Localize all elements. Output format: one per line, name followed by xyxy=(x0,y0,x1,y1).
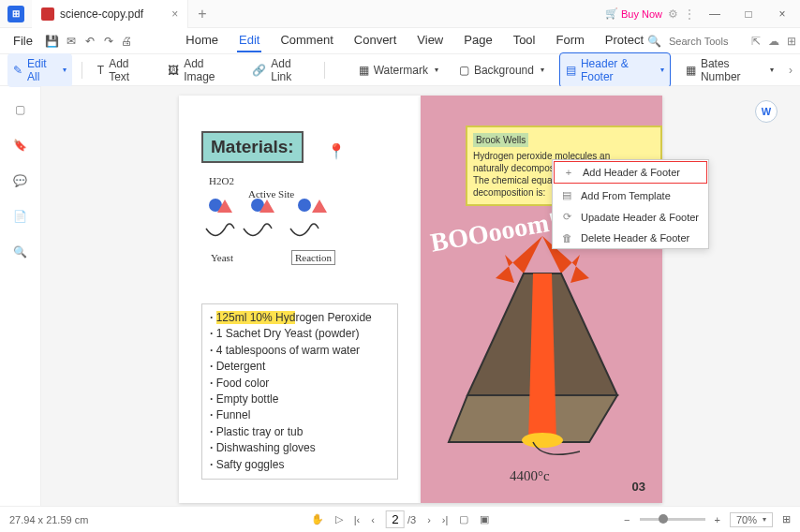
fit-page-icon[interactable]: ⊞ xyxy=(782,513,791,525)
redo-icon[interactable]: ↷ xyxy=(100,30,117,52)
titlebar: ⊞ science-copy.pdf × + 🛒 Buy Now ⚙ ⋮ — □… xyxy=(0,0,800,28)
main-area: ▢ 🔖 💬 📄 🔍 ▸ W Materials: 📍 H2O2 Active S… xyxy=(0,86,800,506)
single-page-icon[interactable]: ▢ xyxy=(459,513,468,525)
add-link-button[interactable]: 🔗 Add Link xyxy=(246,53,315,87)
close-icon[interactable]: × xyxy=(171,7,178,21)
materials-item: Dishwashing gloves xyxy=(210,440,390,456)
hand-tool-icon[interactable]: ✋ xyxy=(311,513,324,525)
maximize-button[interactable]: □ xyxy=(734,0,763,28)
dropdown-add-from-template[interactable]: ▤Add From Template xyxy=(553,185,708,206)
share-icon[interactable]: ⇱ xyxy=(751,35,761,48)
first-page-icon[interactable]: |‹ xyxy=(354,514,361,525)
word-badge-icon[interactable]: W xyxy=(755,100,778,123)
left-sidebar: ▢ 🔖 💬 📄 🔍 xyxy=(0,86,41,506)
chemistry-sketch: H2O2 Active Site Yeast Reaction xyxy=(201,175,351,278)
materials-item: 125ml 10% Hydrogen Peroxide xyxy=(210,310,390,326)
zoom-out-icon[interactable]: − xyxy=(624,514,630,525)
zoom-in-icon[interactable]: + xyxy=(715,514,720,525)
svg-point-8 xyxy=(522,433,563,448)
page-2: Brook Wells Hydrogen peroxide molecules … xyxy=(421,96,662,503)
page-input[interactable] xyxy=(386,510,405,528)
minimize-button[interactable]: — xyxy=(701,0,729,28)
buy-now-link[interactable]: 🛒 Buy Now xyxy=(605,7,662,20)
pin-icon: 📍 xyxy=(327,142,346,160)
bookmark-icon[interactable]: 🔖 xyxy=(13,139,27,152)
refresh-icon: ⟳ xyxy=(560,211,573,223)
search-input[interactable] xyxy=(669,36,744,47)
bates-number-button[interactable]: ▦ Bates Number▾ xyxy=(680,53,779,87)
plus-icon: + xyxy=(562,167,575,178)
page-nav: ✋ ▷ |‹ ‹ /3 › ›| ▢ ▣ xyxy=(311,510,490,528)
statusbar: 27.94 x 21.59 cm ✋ ▷ |‹ ‹ /3 › ›| ▢ ▣ − … xyxy=(0,506,800,532)
note-author: Brook Wells xyxy=(473,133,528,147)
page-1: Materials: 📍 H2O2 Active Site Yeast Reac… xyxy=(179,96,421,503)
add-text-button[interactable]: T Add Text xyxy=(92,53,153,87)
tab-edit[interactable]: Edit xyxy=(237,29,261,52)
tab-protect[interactable]: Protect xyxy=(603,29,645,52)
tab-page[interactable]: Page xyxy=(462,29,494,52)
temperature-label: 4400°c xyxy=(510,468,550,484)
zoom-select[interactable]: 70%▾ xyxy=(730,512,773,527)
close-window-button[interactable]: × xyxy=(768,0,796,28)
undo-icon[interactable]: ↶ xyxy=(81,30,98,52)
more-icon[interactable]: ⋮ xyxy=(684,7,695,21)
dropdown-delete-header-footer[interactable]: 🗑Delete Header & Footer xyxy=(553,228,708,248)
page-dimensions: 27.94 x 21.59 cm xyxy=(9,514,88,525)
expand-icon[interactable]: ⊞ xyxy=(787,35,796,48)
materials-item: Detergent xyxy=(210,359,390,375)
next-page-icon[interactable]: › xyxy=(427,514,431,525)
zoom-slider[interactable] xyxy=(640,518,705,521)
attachment-icon[interactable]: 📄 xyxy=(13,210,27,223)
tab-convert[interactable]: Convert xyxy=(352,29,399,52)
svg-point-4 xyxy=(298,199,311,212)
materials-item: 4 tablespoons of warm water xyxy=(210,343,390,359)
cloud-icon[interactable]: ☁ xyxy=(768,35,779,48)
materials-list: 125ml 10% Hydrogen Peroxide1 Sachet Dry … xyxy=(201,303,398,480)
materials-item: 1 Sachet Dry Yeast (powder) xyxy=(210,326,390,342)
scroll-right-icon[interactable]: › xyxy=(789,64,793,77)
tab-title: science-copy.pdf xyxy=(60,7,143,21)
materials-item: Empty bottle xyxy=(210,392,390,407)
header-footer-dropdown: +Add Header & Footer ▤Add From Template … xyxy=(552,159,709,249)
last-page-icon[interactable]: ›| xyxy=(442,514,449,525)
page-number: 03 xyxy=(632,480,645,494)
app-icon: ⊞ xyxy=(7,6,24,22)
document-tab[interactable]: science-copy.pdf × xyxy=(32,0,188,28)
volcano-illustration xyxy=(439,227,645,470)
tab-form[interactable]: Form xyxy=(555,29,586,52)
dropdown-add-header-footer[interactable]: +Add Header & Footer xyxy=(554,161,707,184)
file-menu[interactable]: File xyxy=(4,31,42,51)
background-button[interactable]: ▢ Background▾ xyxy=(453,60,550,81)
svg-marker-5 xyxy=(312,200,327,213)
materials-item: Funnel xyxy=(210,407,390,423)
search-icon[interactable]: 🔍 xyxy=(647,35,661,48)
materials-item: Safty goggles xyxy=(210,457,390,473)
mail-icon[interactable]: ✉ xyxy=(63,30,80,52)
materials-item: Food color xyxy=(210,376,390,392)
thumbnails-icon[interactable]: ▢ xyxy=(15,103,25,116)
tab-view[interactable]: View xyxy=(415,29,445,52)
template-icon: ▤ xyxy=(560,189,573,201)
select-tool-icon[interactable]: ▷ xyxy=(335,513,343,525)
tab-home[interactable]: Home xyxy=(184,29,220,52)
prev-page-icon[interactable]: ‹ xyxy=(371,514,375,525)
save-icon[interactable]: 💾 xyxy=(44,30,61,52)
watermark-button[interactable]: ▦ Watermark▾ xyxy=(353,60,444,81)
print-icon[interactable]: 🖨 xyxy=(118,30,135,52)
comment-panel-icon[interactable]: 💬 xyxy=(13,174,27,187)
materials-heading: Materials: xyxy=(201,131,304,163)
edit-toolbar: ✎ Edit All▾ T Add Text 🖼 Add Image 🔗 Add… xyxy=(0,54,800,86)
edit-all-button[interactable]: ✎ Edit All▾ xyxy=(7,53,72,87)
search-panel-icon[interactable]: 🔍 xyxy=(13,245,27,259)
document-canvas[interactable]: W Materials: 📍 H2O2 Active Site xyxy=(41,86,800,506)
add-image-button[interactable]: 🖼 Add Image xyxy=(162,53,237,87)
tab-comment[interactable]: Comment xyxy=(278,29,334,52)
tab-tool[interactable]: Tool xyxy=(511,29,538,52)
settings-icon[interactable]: ⚙ xyxy=(668,7,678,21)
trash-icon: 🗑 xyxy=(560,232,573,244)
dropdown-update-header-footer[interactable]: ⟳Upadate Header & Footer xyxy=(553,206,708,228)
add-tab-button[interactable]: + xyxy=(198,6,206,22)
header-footer-button[interactable]: ▤ Header & Footer▾ xyxy=(559,52,671,88)
two-page-icon[interactable]: ▣ xyxy=(480,513,489,525)
materials-item: Plastic tray or tub xyxy=(210,424,390,440)
